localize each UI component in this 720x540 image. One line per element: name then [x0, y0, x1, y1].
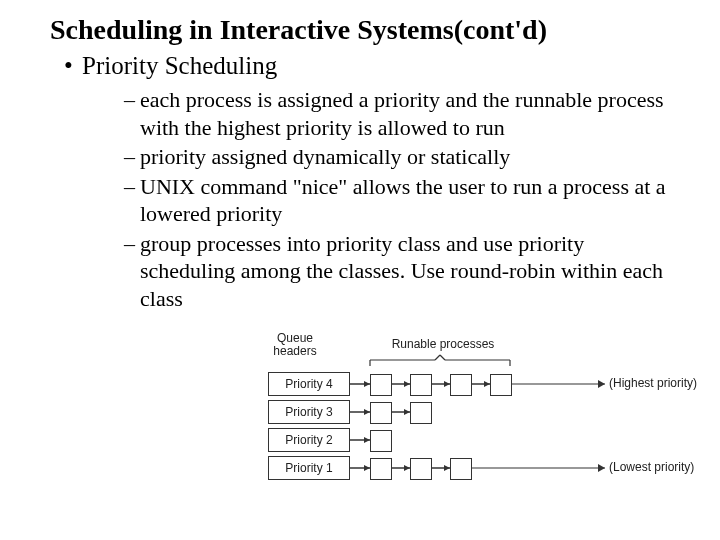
- dash-icon: –: [124, 143, 140, 171]
- dash-icon: –: [124, 86, 140, 114]
- slide: Scheduling in Interactive Systems(cont'd…: [0, 0, 720, 540]
- process-box: [450, 458, 472, 480]
- priority-label: Priority 2: [285, 433, 332, 447]
- lowest-priority-label: (Lowest priority): [609, 461, 709, 474]
- process-box: [410, 374, 432, 396]
- dash-text: UNIX command "nice" allows the user to r…: [140, 173, 670, 228]
- queue-headers-label: Queueheaders: [255, 332, 335, 358]
- dash-item: – UNIX command "nice" allows the user to…: [124, 173, 670, 228]
- process-box: [410, 458, 432, 480]
- svg-line-25: [440, 355, 445, 360]
- dash-item: – group processes into priority class an…: [124, 230, 670, 313]
- process-box: [410, 402, 432, 424]
- priority-diagram: Queueheaders Runable processes Priority …: [235, 330, 705, 530]
- process-box: [450, 374, 472, 396]
- priority-label: Priority 1: [285, 461, 332, 475]
- priority-label: Priority 4: [285, 377, 332, 391]
- bullet-item: • Priority Scheduling: [64, 52, 700, 80]
- svg-marker-28: [598, 380, 605, 388]
- process-box: [370, 374, 392, 396]
- process-box: [370, 430, 392, 452]
- priority-label: Priority 3: [285, 405, 332, 419]
- process-box: [370, 458, 392, 480]
- process-box: [490, 374, 512, 396]
- slide-title: Scheduling in Interactive Systems(cont'd…: [50, 14, 700, 46]
- dash-text: group processes into priority class and …: [140, 230, 670, 313]
- priority-box: Priority 1: [268, 456, 350, 480]
- bullet-dot-icon: •: [64, 52, 82, 80]
- svg-marker-29: [598, 464, 605, 472]
- highest-priority-label: (Highest priority): [609, 377, 709, 390]
- runable-processes-label: Runable processes: [383, 338, 503, 351]
- dash-icon: –: [124, 230, 140, 258]
- priority-box: Priority 4: [268, 372, 350, 396]
- dash-text: priority assigned dynamically or statica…: [140, 143, 510, 171]
- dash-item: – each process is assigned a priority an…: [124, 86, 670, 141]
- process-box: [370, 402, 392, 424]
- dash-text: each process is assigned a priority and …: [140, 86, 670, 141]
- priority-box: Priority 3: [268, 400, 350, 424]
- dash-item: – priority assigned dynamically or stati…: [124, 143, 670, 171]
- bullet-text: Priority Scheduling: [82, 52, 277, 80]
- svg-line-24: [435, 355, 440, 360]
- priority-box: Priority 2: [268, 428, 350, 452]
- dash-icon: –: [124, 173, 140, 201]
- dash-list: – each process is assigned a priority an…: [124, 86, 670, 312]
